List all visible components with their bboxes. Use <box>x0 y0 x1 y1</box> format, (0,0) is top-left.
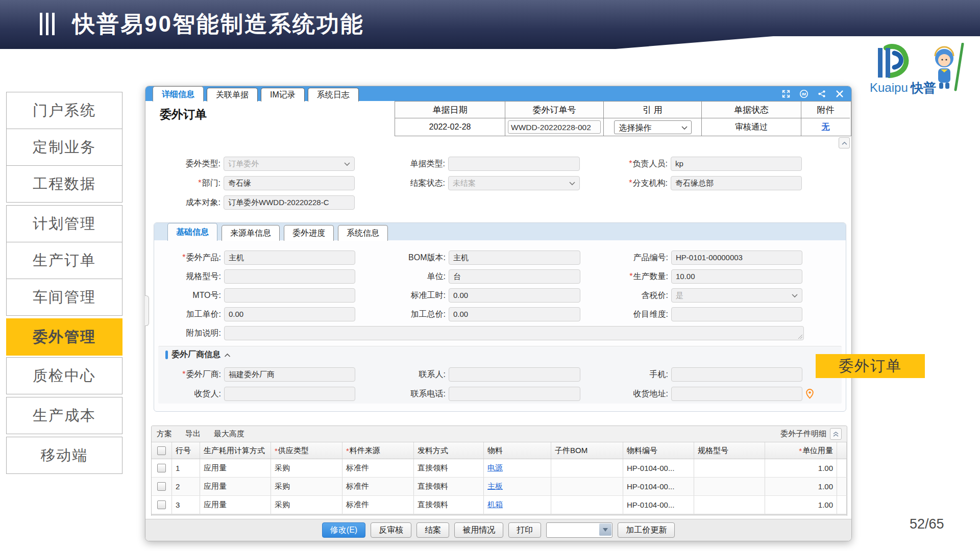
sidebar-item-custom-business[interactable]: 定制业务 <box>6 129 122 166</box>
tab-related-documents[interactable]: 关联单据 <box>207 88 258 102</box>
sidebar-item-workshop-management[interactable]: 车间管理 <box>6 279 122 316</box>
row-checkbox[interactable] <box>157 464 166 472</box>
sidebar-item-engineering-data[interactable]: 工程数据 <box>6 165 122 203</box>
cell-material-source: 标准件 <box>342 496 414 514</box>
table-row[interactable]: 1 应用量 采购 标准件 直接领料 电源 HP-0104-00... 1.00 <box>152 459 847 478</box>
close-status-select[interactable]: 未结案 <box>448 176 580 190</box>
sidebar-item-production-cost[interactable]: 生产成本 <box>6 397 122 434</box>
vendor-section-header[interactable]: 委外厂商信息 <box>165 349 231 360</box>
dialog-title: 委外订单 <box>160 107 207 122</box>
field-outsource-product: *委外产品: 主机 <box>155 251 355 265</box>
outsource-vendor-input[interactable]: 福建委外厂商 <box>224 367 355 382</box>
select-all-checkbox[interactable] <box>157 446 166 455</box>
responsible-person-input[interactable]: kp <box>671 157 802 171</box>
print-button[interactable]: 打印 <box>508 522 541 538</box>
sidebar-item-production-order[interactable]: 生产订单 <box>6 242 122 279</box>
mto-no-input[interactable] <box>224 288 355 303</box>
unit-input[interactable]: 台 <box>449 269 580 284</box>
collapse-grid-button[interactable] <box>830 428 842 440</box>
table-row[interactable]: 3 应用量 采购 标准件 直接领料 机箱 HP-0104-00... 1.00 <box>152 496 847 514</box>
standard-hours-input[interactable]: 0.00 <box>449 288 580 303</box>
callout-label: 委外订单 <box>816 354 925 378</box>
modify-button[interactable]: 修改(E) <box>322 522 365 538</box>
field-product-code: 产品编号: HP-0101-00000003 <box>593 251 802 265</box>
tab-system-info[interactable]: 系统信息 <box>338 225 388 241</box>
row-checkbox[interactable] <box>157 482 166 491</box>
tab-system-log[interactable]: 系统日志 <box>308 88 359 102</box>
field-label: 生产数量: <box>633 272 668 281</box>
menu-scheme[interactable]: 方案 <box>157 429 172 439</box>
fullscreen-icon[interactable] <box>781 89 791 98</box>
process-total-price-input[interactable]: 0.00 <box>449 307 580 321</box>
field-delivery-address: 收货地址: <box>593 387 802 401</box>
field-outsource-type: 委外类型: 订单委外 <box>154 157 355 171</box>
row-checkbox[interactable] <box>157 500 166 509</box>
cell-issue-method: 直接领料 <box>414 459 484 477</box>
tab-outsource-progress[interactable]: 委外进度 <box>284 225 334 241</box>
sidebar-item-quality-center[interactable]: 质检中心 <box>6 357 122 394</box>
material-link[interactable]: 机箱 <box>487 500 503 510</box>
print-template-dropdown[interactable] <box>546 522 612 538</box>
delivery-address-input[interactable] <box>671 387 802 401</box>
collapse-header-button[interactable] <box>839 137 850 148</box>
unapprove-button[interactable]: 反审核 <box>371 522 411 538</box>
contact-phone-input[interactable] <box>449 387 580 401</box>
tab-detail-info[interactable]: 详细信息 <box>153 86 204 102</box>
tax-included-select[interactable]: 是 <box>671 288 802 303</box>
close-case-button[interactable]: 结案 <box>416 522 449 538</box>
col-material-code: 物料编号 <box>623 442 694 459</box>
usage-status-button[interactable]: 被用情况 <box>454 522 503 538</box>
resize-handle-icon[interactable] <box>798 334 803 339</box>
sidebar-item-plan-management[interactable]: 计划管理 <box>6 205 122 242</box>
sidebar-item-portal[interactable]: 门户系统 <box>6 92 122 129</box>
inner-tab-bar: 基础信息 来源单信息 委外进度 系统信息 <box>154 223 846 240</box>
material-link[interactable]: 主板 <box>487 482 503 491</box>
order-header-table: 单据日期 委外订单号 引 用 单据状态 附件 2022-02-28 WWDD-2… <box>395 101 851 136</box>
chevron-down-icon <box>792 294 798 298</box>
bom-version-input[interactable]: 主机 <box>449 251 580 265</box>
additional-note-textarea[interactable] <box>224 326 804 340</box>
order-no-input[interactable]: WWDD-20220228-002 <box>508 120 601 134</box>
tab-basic-info[interactable]: 基础信息 <box>167 223 217 241</box>
grid-panel-title: 委外子件明细 <box>780 429 826 439</box>
location-pin-icon[interactable] <box>805 389 814 399</box>
mobile-input[interactable] <box>671 367 802 382</box>
outsource-product-input[interactable]: 主机 <box>224 251 355 265</box>
price-dimension-input[interactable] <box>671 307 802 321</box>
material-link[interactable]: 电源 <box>487 463 503 473</box>
sidebar-item-mobile[interactable]: 移动端 <box>6 437 122 474</box>
col-material-source: *料件来源 <box>342 442 414 459</box>
dialog-edge-handle[interactable] <box>145 295 149 326</box>
outsource-type-select[interactable]: 订单委外 <box>224 157 355 171</box>
col-order-no: 委外订单号 <box>505 102 603 118</box>
process-price-update-button[interactable]: 加工价更新 <box>618 522 675 538</box>
cost-object-input[interactable]: 订单委外WWDD-20220228-C <box>224 195 355 210</box>
attachment-link[interactable]: 无 <box>822 122 830 133</box>
branch-input[interactable]: 奇石缘总部 <box>671 176 802 190</box>
quote-action-select[interactable]: 选择操作 <box>614 120 692 134</box>
share-icon[interactable] <box>817 89 826 98</box>
subitem-detail-grid: 方案 导出 最大高度 委外子件明细 行号 生产耗用计算方式 *供应类型 *料件来… <box>151 425 847 516</box>
menu-export[interactable]: 导出 <box>185 429 201 439</box>
process-unit-price-input[interactable]: 0.00 <box>224 307 355 321</box>
doc-type-input[interactable] <box>448 157 580 171</box>
im-icon[interactable]: IM <box>799 89 808 98</box>
dropdown-arrow-icon[interactable] <box>599 523 611 536</box>
tab-im-record[interactable]: IM记录 <box>261 88 305 102</box>
table-row[interactable]: 2 应用量 采购 标准件 直接领料 主板 HP-0104-00... 1.00 <box>152 478 847 496</box>
department-input[interactable]: 奇石缘 <box>224 176 355 190</box>
receiver-input[interactable] <box>224 387 355 401</box>
contact-person-input[interactable] <box>449 367 580 382</box>
cell-material-code: HP-0104-00... <box>623 478 694 495</box>
field-mto-no: MTO号: <box>155 288 355 303</box>
menu-max-height[interactable]: 最大高度 <box>214 429 244 439</box>
product-code-input[interactable]: HP-0101-00000003 <box>671 251 802 265</box>
vendor-section-title: 委外厂商信息 <box>172 349 220 360</box>
tab-source-doc-info[interactable]: 来源单信息 <box>222 225 280 241</box>
sidebar-item-outsourcing-management[interactable]: 委外管理 <box>6 318 122 356</box>
grid-toolbar: 方案 导出 最大高度 委外子件明细 <box>152 426 847 442</box>
close-icon[interactable] <box>835 89 844 98</box>
production-qty-input[interactable]: 10.00 <box>671 269 802 284</box>
horizontal-scrollbar[interactable] <box>152 514 847 516</box>
spec-model-input[interactable] <box>224 269 355 284</box>
